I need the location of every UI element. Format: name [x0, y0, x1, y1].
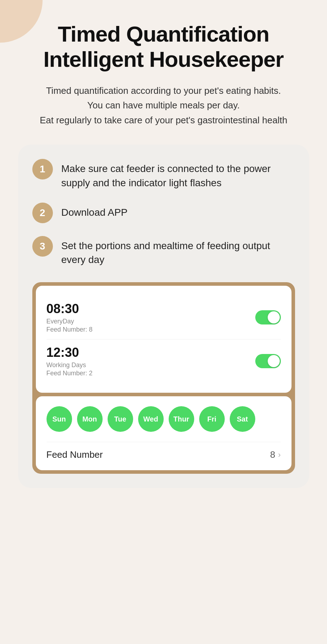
schedule-label-2: Working Days — [47, 361, 93, 369]
step-text-3: Set the portions and mealtime of feeding… — [61, 236, 295, 267]
chevron-right-icon: › — [278, 450, 280, 460]
step-text-2: Download APP — [61, 203, 128, 219]
step-number-1: 1 — [32, 159, 53, 179]
schedule-left-1: 08:30 EveryDay Feed Number: 8 — [47, 301, 93, 333]
day-sat[interactable]: Sat — [230, 406, 255, 432]
days-row: Sun Mon Tue Wed Thur Fri — [47, 406, 281, 432]
day-sun[interactable]: Sun — [47, 406, 72, 432]
schedule-feed-2: Feed Number: 2 — [47, 370, 93, 377]
day-mon[interactable]: Mon — [77, 406, 103, 432]
step-item-3: 3 Set the portions and mealtime of feedi… — [32, 236, 295, 267]
day-fri[interactable]: Fri — [199, 406, 225, 432]
toggle-knob-2 — [268, 355, 280, 367]
steps-list: 1 Make sure cat feeder is connected to t… — [32, 159, 295, 267]
page-subtitle: Timed quantification according to your p… — [40, 84, 287, 128]
toggle-switch-1[interactable] — [255, 310, 281, 324]
step-number-3: 3 — [32, 236, 53, 257]
step-number-2: 2 — [32, 203, 53, 223]
day-thur[interactable]: Thur — [169, 406, 194, 432]
step-text-1: Make sure cat feeder is connected to the… — [61, 159, 295, 189]
toggle-switch-2[interactable] — [255, 354, 281, 368]
schedule-label-1: EveryDay — [47, 318, 93, 325]
feed-number-value[interactable]: 8 › — [270, 449, 281, 460]
schedule-time-1: 08:30 — [47, 301, 93, 316]
schedule-card: 08:30 EveryDay Feed Number: 8 12:30 Work… — [36, 286, 291, 393]
day-wed[interactable]: Wed — [138, 406, 164, 432]
toggle-knob-1 — [268, 311, 280, 323]
schedule-time-2: 12:30 — [47, 345, 93, 360]
brown-card: 08:30 EveryDay Feed Number: 8 12:30 Work… — [32, 282, 295, 474]
schedule-entry-2: 12:30 Working Days Feed Number: 2 — [47, 339, 281, 383]
step-item-2: 2 Download APP — [32, 203, 295, 223]
schedule-left-2: 12:30 Working Days Feed Number: 2 — [47, 345, 93, 377]
feed-number-label: Feed Number — [47, 449, 103, 460]
page-title: Timed Quantification Intelligent Houseke… — [43, 21, 283, 72]
feed-number-row[interactable]: Feed Number 8 › — [47, 442, 281, 460]
main-card: 1 Make sure cat feeder is connected to t… — [18, 145, 309, 488]
days-card: Sun Mon Tue Wed Thur Fri — [36, 396, 291, 470]
step-item-1: 1 Make sure cat feeder is connected to t… — [32, 159, 295, 189]
schedule-entry-1: 08:30 EveryDay Feed Number: 8 — [47, 296, 281, 339]
schedule-feed-1: Feed Number: 8 — [47, 326, 93, 333]
day-tue[interactable]: Tue — [108, 406, 133, 432]
page-wrapper: Timed Quantification Intelligent Houseke… — [0, 0, 327, 509]
